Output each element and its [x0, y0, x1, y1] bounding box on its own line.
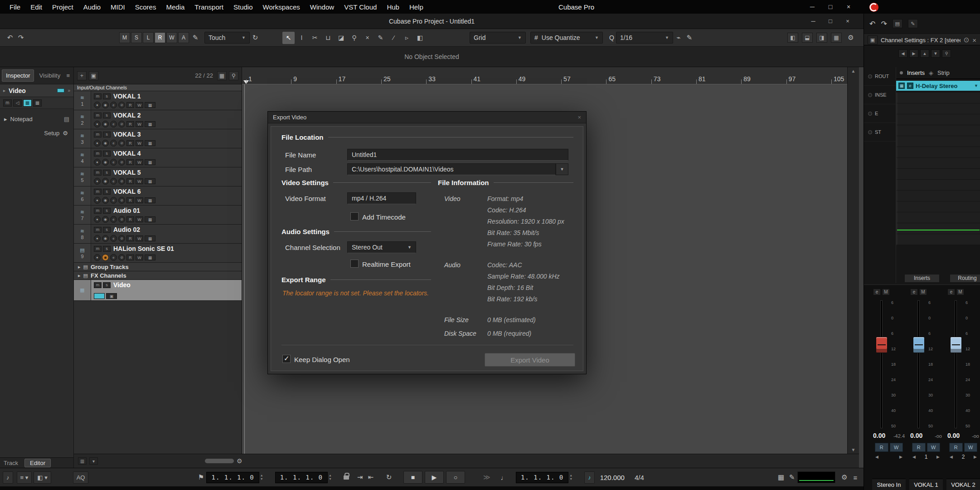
edit-plugin-icon[interactable]: e: [907, 83, 913, 89]
bypass-icon[interactable]: ▦: [898, 83, 905, 89]
zoom-preset-icon[interactable]: ▥: [78, 457, 87, 465]
write-button[interactable]: W: [927, 443, 941, 452]
spinner-icon[interactable]: ▲▼: [260, 474, 263, 481]
monitor-button[interactable]: ◉: [102, 216, 109, 223]
gear-icon[interactable]: ⚙: [839, 471, 850, 483]
project-window-titlebar[interactable]: Cubase Pro Project - Untitled1 ─ □ ×: [0, 14, 864, 29]
menu-midi[interactable]: MIDI: [106, 0, 130, 14]
close-icon[interactable]: ×: [972, 36, 976, 44]
read-automation-button[interactable]: R: [126, 102, 134, 108]
cycle-icon[interactable]: ↻: [383, 471, 394, 483]
export-video-button[interactable]: Export Video: [485, 353, 575, 367]
play-tool[interactable]: ▹: [401, 32, 413, 44]
zoom-tool[interactable]: ⚲: [348, 32, 360, 44]
pencil-icon[interactable]: ✎: [786, 471, 797, 483]
dialog-titlebar[interactable]: Export Video ×: [268, 112, 586, 123]
thumbnails-button[interactable]: [94, 293, 105, 299]
hamburger-icon[interactable]: ≡: [66, 72, 72, 79]
menu-transport[interactable]: Transport: [189, 0, 228, 14]
monitor-button[interactable]: ◉: [102, 159, 109, 166]
jump-icon[interactable]: ♩: [499, 471, 509, 483]
prev-channel-icon[interactable]: ◀: [875, 455, 878, 459]
track-vokal-6[interactable]: ≋6msVOKAL 6●◉e⊘RW▦: [74, 186, 242, 206]
solo-button[interactable]: s: [103, 208, 111, 214]
empty-insert-slot[interactable]: [896, 223, 980, 234]
monitor-button[interactable]: ◉: [102, 197, 109, 204]
write-automation-button[interactable]: W: [136, 140, 143, 146]
tab-inspector[interactable]: Inspector: [2, 69, 34, 82]
scroll-up-icon[interactable]: ▲: [851, 69, 856, 74]
write-automation-button[interactable]: W: [136, 235, 143, 241]
prev-channel-icon[interactable]: ◀: [912, 455, 916, 459]
erase-tool[interactable]: ◪: [335, 32, 347, 44]
record-arm-button[interactable]: ●: [94, 197, 101, 204]
mute-button[interactable]: m: [94, 170, 102, 176]
inspector-video-section[interactable]: ▸ Video »: [0, 84, 73, 97]
freeze-button[interactable]: ⊘: [118, 140, 125, 147]
automation-s-button[interactable]: S: [131, 32, 142, 43]
empty-insert-slot[interactable]: [896, 201, 980, 212]
record-arm-button[interactable]: ●: [94, 140, 101, 147]
record-button[interactable]: ○: [446, 471, 465, 484]
section-strip[interactable]: ST: [864, 123, 896, 142]
preset-icon[interactable]: ✎: [908, 19, 918, 28]
close-icon[interactable]: ×: [839, 0, 858, 14]
mute-button[interactable]: m: [94, 208, 102, 214]
track-presets-icon[interactable]: ▣: [89, 71, 98, 80]
automation-panel-icon[interactable]: ✎: [190, 32, 201, 44]
write-automation-button[interactable]: W: [136, 121, 143, 127]
toggle-icon[interactable]: [868, 112, 872, 116]
edit-channel-button[interactable]: e: [910, 289, 918, 295]
tab-visibility[interactable]: Visibility: [35, 70, 64, 81]
track-vokal-4[interactable]: ≋4msVOKAL 4●◉e⊘RW▦: [74, 148, 242, 167]
forward-icon[interactable]: ≫: [481, 471, 492, 483]
mute-button[interactable]: m: [94, 113, 102, 118]
track-filter-icon[interactable]: ▦: [217, 71, 227, 80]
position-display[interactable]: 1. 1. 1. 0: [516, 472, 568, 483]
menu-project[interactable]: Project: [47, 0, 78, 14]
freeze-button[interactable]: ⊘: [118, 197, 125, 204]
redo-icon[interactable]: ↷: [15, 32, 26, 44]
track-vokal-3[interactable]: ≋3msVOKAL 3●◉e⊘RW▦: [74, 129, 242, 148]
redo-icon[interactable]: ↷: [881, 20, 887, 28]
freeze-button[interactable]: ⊘: [118, 216, 125, 223]
channel-fader[interactable]: 606121824304050: [872, 297, 906, 432]
timeline-ruler[interactable]: 191725334149576573818997105: [242, 67, 847, 84]
close-icon[interactable]: ×: [839, 14, 856, 29]
solo-button[interactable]: s: [103, 227, 111, 233]
add-track-icon[interactable]: +: [77, 71, 87, 80]
track-vokal-5[interactable]: ≋5msVOKAL 5●◉e⊘RW▦: [74, 167, 242, 186]
gear-icon[interactable]: ⚙: [237, 457, 243, 465]
section-eq[interactable]: E: [864, 104, 896, 123]
write-button[interactable]: W: [890, 443, 903, 452]
pin-icon[interactable]: ⊙: [964, 36, 970, 44]
notepad-section[interactable]: ▸ Notepad ▤: [0, 113, 73, 124]
freeze-button[interactable]: ⊘: [118, 102, 125, 108]
color-menu-icon[interactable]: ◧ ▾: [34, 471, 51, 484]
left-zone-icon[interactable]: ◧: [787, 33, 798, 43]
edit-channel-button[interactable]: e: [110, 216, 117, 223]
monitor-icon[interactable]: ◁: [13, 99, 22, 107]
edit-channel-button[interactable]: e: [110, 121, 117, 127]
write-automation-button[interactable]: W: [136, 159, 143, 165]
solo-button[interactable]: s: [103, 113, 111, 118]
section-routing[interactable]: ROUT: [864, 67, 896, 86]
freeze-button[interactable]: ⊘: [118, 254, 125, 261]
record-arm-button[interactable]: ●: [94, 235, 101, 242]
automation-l-button[interactable]: L: [143, 32, 154, 43]
empty-insert-slot[interactable]: [896, 180, 980, 191]
edit-channel-button[interactable]: e: [110, 159, 117, 166]
punch-out-icon[interactable]: ⇤: [365, 471, 376, 483]
empty-insert-slot[interactable]: [896, 103, 980, 114]
mute-button[interactable]: m: [94, 246, 102, 252]
draw-tool[interactable]: ✎: [374, 32, 387, 44]
marker-flag-icon[interactable]: ⚑: [195, 471, 206, 483]
grid-type-select[interactable]: # Use Quantize▼: [530, 32, 603, 44]
menu-edit[interactable]: Edit: [25, 0, 47, 14]
write-automation-button[interactable]: W: [136, 216, 143, 222]
file-name-input[interactable]: Untitled1: [347, 149, 568, 161]
next-channel-icon[interactable]: ▶: [974, 455, 977, 459]
metronome-icon[interactable]: ♪: [584, 471, 595, 484]
vertical-scrollbar[interactable]: ▲ ▼: [847, 67, 859, 454]
io-channels-row[interactable]: Input/Output Channels: [74, 84, 242, 91]
